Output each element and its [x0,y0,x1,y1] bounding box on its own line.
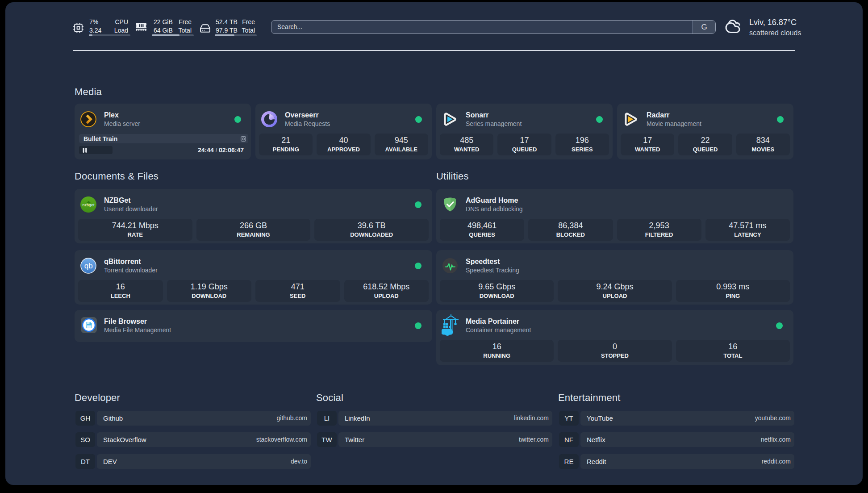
svg-text:qb: qb [84,262,93,270]
svg-text:nzbget: nzbget [82,203,95,207]
